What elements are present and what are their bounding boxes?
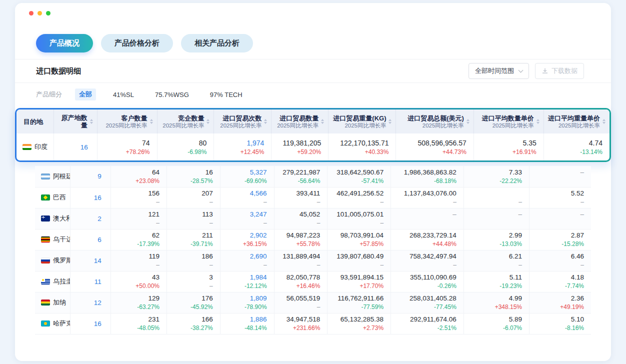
window-minimize-icon[interactable] <box>38 11 42 16</box>
origin-count-link[interactable]: 6 <box>70 229 110 250</box>
trade-count-link[interactable]: 3,247 <box>220 210 267 219</box>
value-cell: 166-38.27% <box>167 313 220 334</box>
sort-icon[interactable] <box>90 119 93 124</box>
table-row[interactable]: 加纳12129-63.27%176-45.92%1,809-78.90%56,0… <box>35 292 591 313</box>
destination-cell: 印度 <box>16 142 54 152</box>
value-cell: – <box>530 208 591 229</box>
value-cell: 462,491,256.52– <box>328 187 391 208</box>
cell-value: 3 <box>167 273 213 282</box>
table-row[interactable]: 哈萨克斯坦16231-48.05%166-38.27%1,886-48.14%3… <box>35 313 591 334</box>
yoy-growth: +44.73% <box>396 148 466 156</box>
cell-value: 93,591,894.15 <box>328 273 384 282</box>
column-header-3[interactable]: 竞企数量2025同比增长率 <box>157 110 214 134</box>
column-subtitle: 2025同比增长率 <box>277 122 318 129</box>
column-header-1[interactable]: 原产地数量 <box>54 110 98 134</box>
pinned-table-row[interactable]: 印度1674+78.26%80-6.98%1,974+12.45%119,381… <box>16 134 610 160</box>
cell-value: 131,889,494 <box>274 252 320 261</box>
value-cell: 7.33-22.22% <box>464 166 529 187</box>
cell-value: 82,050,778 <box>274 273 320 282</box>
origin-count-link[interactable]: 11 <box>70 271 110 292</box>
yoy-growth: – <box>111 219 160 227</box>
yoy-growth: -22.22% <box>464 177 522 185</box>
origin-count-link[interactable]: 12 <box>70 292 110 313</box>
cell-value: 4.18 <box>530 273 584 282</box>
yoy-growth: -6.98% <box>158 148 207 156</box>
sort-icon[interactable] <box>150 119 153 124</box>
destination-cell: 哈萨克斯坦 <box>35 319 70 328</box>
trade-count-link[interactable]: 1,809 <box>220 294 267 303</box>
value-cell: 4.74-13.14% <box>544 134 610 160</box>
download-data-button[interactable]: 下载数据 <box>535 63 584 79</box>
sort-icon[interactable] <box>602 119 606 124</box>
value-cell: – <box>530 166 591 187</box>
value-cell: 5.52– <box>530 187 591 208</box>
cell-value: 318,642,590.67 <box>328 168 384 177</box>
yoy-growth: +40.33% <box>328 148 388 156</box>
table-row[interactable]: 澳大利亚2121–113–3,247–45,052–101,005,075.01… <box>35 208 591 229</box>
value-cell: 82,050,778+16.46% <box>274 271 328 292</box>
trade-count-link[interactable]: 2,902 <box>220 231 267 240</box>
sort-icon[interactable] <box>388 119 392 124</box>
download-label: 下载数据 <box>552 66 578 76</box>
tab-related-product-analysis[interactable]: 相关产品分析 <box>181 34 253 52</box>
trade-count-link[interactable]: 1,974 <box>214 138 264 148</box>
filter-option-97tech[interactable]: 97% TECH <box>206 90 246 100</box>
cell-value: 2.36 <box>530 294 584 303</box>
value-cell: 93,591,894.15+17.70% <box>328 271 391 292</box>
window-zoom-icon[interactable] <box>46 11 50 16</box>
origin-count-link[interactable]: 14 <box>70 250 110 271</box>
yoy-growth <box>530 219 584 227</box>
value-cell: 5,327-69.60% <box>220 166 274 187</box>
tab-product-overview[interactable]: 产品概况 <box>36 34 93 52</box>
yoy-growth: -28.57% <box>167 177 213 185</box>
column-header-9[interactable]: 进口平均重量单价2025同比增长率 <box>544 110 610 134</box>
column-header-6[interactable]: 进口贸易重量(KG)2025同比增长率 <box>328 110 396 134</box>
value-cell: 65,132,285.38+2.73% <box>328 313 391 334</box>
tab-product-price-analysis[interactable]: 产品价格分析 <box>101 34 173 52</box>
table-row[interactable]: 俄罗斯14119–186–2,690–131,889,494–139,807,6… <box>35 250 591 271</box>
trade-count-link[interactable]: 2,690 <box>220 252 267 261</box>
trade-count-link[interactable]: 5,327 <box>220 168 267 177</box>
cell-value: 101,005,075.01 <box>328 210 384 219</box>
trade-count-link[interactable]: 1,984 <box>220 273 267 282</box>
cell-value: 156 <box>111 189 160 198</box>
column-header-7[interactable]: 进口贸易总额(美元)2025同比增长率 <box>396 110 474 134</box>
column-title: 进口平均数量单价 <box>482 114 534 122</box>
yoy-growth: – <box>391 198 456 206</box>
table-row[interactable]: 巴西16156–207–4,566–393,411–462,491,256.52… <box>35 187 591 208</box>
yoy-growth: – <box>220 198 267 206</box>
origin-count-link[interactable]: 16 <box>54 134 98 160</box>
column-header-8[interactable]: 进口平均数量单价2025同比增长率 <box>474 110 544 134</box>
sort-icon[interactable] <box>264 119 267 124</box>
origin-count-link[interactable]: 16 <box>70 313 110 334</box>
sort-icon[interactable] <box>206 119 210 124</box>
cell-value: 98,703,991.04 <box>328 231 384 240</box>
sort-icon[interactable] <box>321 119 324 124</box>
column-header-2[interactable]: 客户数量2025同比增长率 <box>97 110 157 134</box>
column-header-4[interactable]: 进口贸易次数2025同比增长率 <box>214 110 272 134</box>
column-header-5[interactable]: 进口贸易数量2025同比增长率 <box>272 110 328 134</box>
filter-option-757wsg[interactable]: 75.7%WSG <box>151 90 193 100</box>
origin-count-link[interactable]: 2 <box>70 208 110 229</box>
table-row[interactable]: 阿根廷964+23.08%16-28.57%5,327-69.60%279,22… <box>35 166 591 187</box>
sort-icon[interactable] <box>466 119 470 124</box>
value-cell: 211-39.71% <box>167 229 220 250</box>
value-cell: 2.99-13.03% <box>464 229 529 250</box>
sort-icon[interactable] <box>536 119 540 124</box>
origin-count-link[interactable]: 16 <box>70 187 110 208</box>
trade-count-link[interactable]: 4,566 <box>220 189 267 198</box>
origin-count-link[interactable]: 9 <box>70 166 110 187</box>
table-row[interactable]: 乌干达662-17.39%211-39.71%2,902+36.15%94,98… <box>35 229 591 250</box>
destination-cell: 乌拉圭 <box>35 277 70 286</box>
trade-count-link[interactable]: 1,886 <box>220 315 267 324</box>
value-cell: 139,807,680.49– <box>328 250 391 271</box>
flag-australia-icon <box>41 216 50 222</box>
flag-uruguay-icon <box>41 278 50 284</box>
value-cell: 176-45.92% <box>167 292 220 313</box>
time-range-select[interactable]: 全部时间范围 <box>468 63 529 79</box>
yoy-growth: – <box>274 219 320 227</box>
window-close-icon[interactable] <box>29 11 34 16</box>
filter-option-all[interactable]: 全部 <box>75 88 96 100</box>
table-row[interactable]: 乌拉圭1143+50.00%3–1,984-12.12%82,050,778+1… <box>35 271 591 292</box>
filter-option-41sl[interactable]: 41%SL <box>109 90 138 100</box>
